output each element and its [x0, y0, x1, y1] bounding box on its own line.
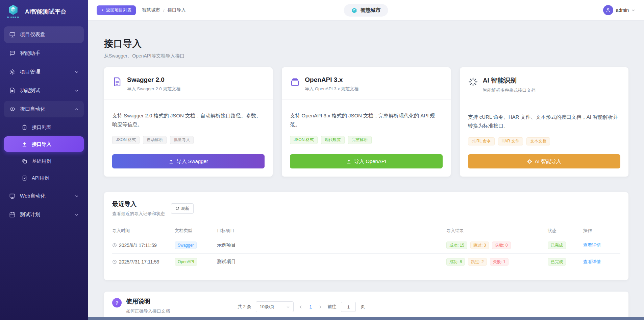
panel-title: 最近导入: [112, 200, 165, 208]
sparkle-icon: [468, 77, 478, 87]
page-size-select[interactable]: 10条/页: [256, 301, 294, 312]
chevron-down-icon: [75, 70, 79, 74]
gear-icon: [9, 69, 16, 75]
card-description: 支持 Swagger 2.0 格式的 JSON 文档，自动解析接口路径、参数、响…: [112, 111, 265, 129]
sidebar-item-label: 项目管理: [20, 69, 70, 75]
panel-subtitle: 如何正确导入接口文档: [126, 308, 170, 314]
api-automation-submenu: 接口列表 接口导入 基础用例 API用例: [0, 119, 88, 186]
prev-page-button[interactable]: [298, 305, 303, 309]
sidebar-item-label: Web自动化: [20, 193, 70, 199]
archive-box-icon: [290, 77, 300, 87]
sidebar-item-test-plan[interactable]: 测试计划: [4, 206, 84, 223]
back-button-label: 返回项目列表: [106, 7, 131, 13]
sidebar-item-web-automation[interactable]: Web自动化: [4, 188, 84, 204]
usage-guide-panel: ? 使用说明 如何正确导入接口文档 共 2 条 10条/页 1: [104, 292, 628, 320]
card-title: Swagger 2.0: [127, 76, 180, 84]
dashboard-icon: [9, 31, 16, 38]
import-time: 2025/7/31 17:11:59: [119, 259, 159, 265]
user-menu[interactable]: admin: [603, 5, 635, 15]
sidebar-subitem-basic-cases[interactable]: 基础用例: [4, 153, 84, 169]
success-count-badge: 成功: 15: [446, 242, 467, 249]
chat-bubble-icon: [9, 50, 16, 56]
document-check-icon: [22, 175, 27, 181]
chevron-down-icon: [286, 305, 290, 309]
page-content: 接口导入 从Swagger、OpenAPI等文档导入接口 Swagger 2.0…: [88, 21, 644, 320]
calendar-icon: [9, 211, 16, 218]
sidebar-item-assistant[interactable]: 智能助手: [4, 45, 84, 62]
feature-tag: JSON 格式: [112, 136, 140, 144]
card-subtitle: 导入 OpenAPI 3.x 规范文档: [305, 86, 358, 92]
failed-count-badge: 失败: 0: [492, 242, 511, 249]
breadcrumb-separator: /: [163, 8, 165, 13]
chevron-down-icon: [75, 194, 79, 198]
copy-icon: [22, 158, 27, 164]
app-title: AI智能测试平台: [25, 8, 67, 16]
card-body: 支持 cURL 命令、HAR 文件、文本形式的接口文档，AI 智能解析并转换为标…: [460, 101, 628, 177]
card-description: 支持 OpenAPI 3.x 格式的 JSON 文档，完整解析现代化的 API …: [290, 111, 442, 129]
card-description: 支持 cURL 命令、HAR 文件、文本形式的接口文档，AI 智能解析并转换为标…: [468, 113, 620, 131]
ai-smart-import-button[interactable]: AI 智能导入: [468, 154, 620, 168]
sidebar-item-api-automation[interactable]: 接口自动化: [4, 101, 84, 117]
next-page-button[interactable]: [318, 305, 323, 309]
ai-import-card: AI 智能识别 智能解析多种格式接口文档 支持 cURL 命令、HAR 文件、文…: [460, 67, 628, 177]
view-details-link[interactable]: 查看详情: [583, 259, 601, 264]
card-tags: cURL 命令 HAR 文件 文本文档: [468, 137, 620, 145]
doc-type-badge: OpenAPI: [175, 258, 197, 266]
refresh-button[interactable]: 刷新: [171, 203, 194, 214]
chevron-down-icon: [631, 8, 635, 12]
refresh-label: 刷新: [181, 206, 189, 211]
import-openapi-button[interactable]: 导入 OpenAPI: [290, 154, 442, 168]
sidebar-item-label: 项目仪表盘: [20, 31, 79, 38]
pagination-total: 共 2 条: [238, 304, 251, 310]
card-header: AI 智能识别 智能解析多种格式接口文档: [460, 67, 628, 101]
panel-subtitle: 查看最近的导入记录和状态: [112, 211, 165, 217]
status-badge: 已完成: [548, 242, 566, 249]
username: admin: [616, 7, 629, 13]
view-details-link[interactable]: 查看详情: [583, 243, 601, 248]
breadcrumb-item[interactable]: 智慧城市: [142, 7, 160, 13]
recent-imports-table: 导入时间 文档类型 目标项目 导入结果 状态 操作 2025/8/1 17:11…: [112, 224, 620, 270]
feature-tag: 批量导入: [170, 136, 194, 144]
doc-type-badge: Swagger: [175, 242, 197, 249]
card-subtitle: 智能解析多种格式接口文档: [483, 87, 536, 93]
back-to-projects-button[interactable]: 返回项目列表: [97, 5, 136, 15]
button-label: AI 智能导入: [535, 158, 561, 165]
upload-icon: [169, 159, 174, 164]
sidebar-item-label: 基础用例: [32, 158, 79, 164]
current-page[interactable]: 1: [307, 304, 314, 310]
page-size-value: 10条/页: [259, 304, 274, 310]
main-area: 返回项目列表 智慧城市 / 接口导入 智慧城市 admin: [88, 0, 644, 320]
page-title: 接口导入: [104, 38, 628, 50]
clock-icon: [112, 243, 117, 248]
button-label: 导入 Swagger: [176, 158, 208, 165]
import-swagger-button[interactable]: 导入 Swagger: [112, 154, 265, 168]
sidebar-subitem-api-list[interactable]: 接口列表: [4, 119, 84, 135]
sidebar-item-label: 智能助手: [20, 50, 79, 56]
question-icon: ?: [112, 298, 122, 307]
feature-tag: 自动解析: [143, 136, 167, 144]
avatar: [603, 5, 613, 15]
sidebar-item-dashboard[interactable]: 项目仪表盘: [4, 26, 84, 43]
upload-icon: [346, 159, 351, 164]
pagination: 共 2 条 10条/页 1 前往 页: [238, 301, 365, 312]
feature-tag: HAR 文件: [498, 137, 523, 145]
musen-cube-icon: [7, 4, 19, 16]
sidebar-subitem-api-import[interactable]: 接口导入: [4, 136, 84, 152]
card-body: 支持 OpenAPI 3.x 格式的 JSON 文档，完整解析现代化的 API …: [282, 100, 450, 177]
skipped-count-badge: 跳过: 3: [470, 242, 489, 249]
goto-page-input[interactable]: [341, 302, 356, 312]
brand: MUSEN AI智能测试平台: [0, 0, 88, 22]
sidebar-item-label: 接口导入: [32, 141, 79, 147]
sidebar-item-func-test[interactable]: 功能测试: [4, 82, 84, 99]
card-tags: JSON 格式 自动解析 批量导入: [112, 136, 265, 144]
column-header: 导入时间: [112, 228, 175, 234]
project-logo-icon: [351, 7, 357, 14]
sidebar-subitem-api-cases[interactable]: API用例: [4, 170, 84, 186]
feature-tag: 文本文档: [526, 137, 550, 145]
card-tags: JSON 格式 现代规范 完整解析: [290, 136, 442, 144]
card-subtitle: 导入 Swagger 2.0 规范文档: [127, 86, 180, 92]
sidebar-item-project-mgmt[interactable]: 项目管理: [4, 64, 84, 80]
document-icon: [9, 87, 16, 94]
success-count-badge: 成功: 8: [446, 258, 465, 266]
project-badge[interactable]: 智慧城市: [344, 4, 388, 17]
